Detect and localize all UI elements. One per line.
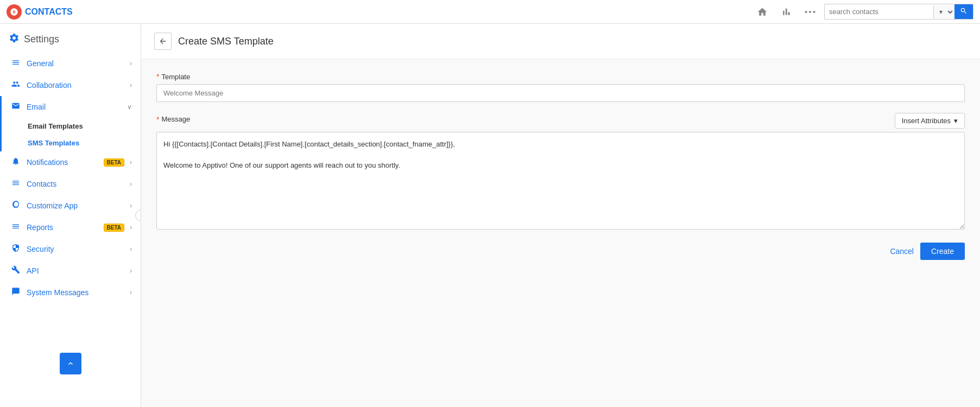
notifications-beta-badge: BETA bbox=[104, 158, 124, 167]
chevron-right-icon7: › bbox=[130, 245, 132, 253]
sidebar-item-email[interactable]: Email ∨ bbox=[0, 96, 141, 118]
sidebar-item-api[interactable]: API › bbox=[0, 260, 141, 282]
reports-icon bbox=[10, 222, 21, 233]
app-header: CONTACTS ▾ bbox=[0, 0, 980, 24]
svg-point-1 bbox=[809, 10, 811, 12]
main-content: Create SMS Template * Template * Message bbox=[141, 24, 980, 407]
chevron-right-icon5: › bbox=[130, 202, 132, 209]
contacts-icon bbox=[10, 179, 21, 189]
app-name: CONTACTS bbox=[25, 7, 73, 17]
sidebar-item-notifications[interactable]: Notifications BETA › bbox=[0, 151, 141, 173]
home-button[interactable] bbox=[753, 2, 772, 22]
search-button[interactable] bbox=[954, 4, 973, 19]
app-logo[interactable]: CONTACTS bbox=[7, 4, 73, 20]
svg-point-0 bbox=[805, 10, 807, 12]
cancel-button[interactable]: Cancel bbox=[890, 247, 914, 256]
sidebar-item-contacts[interactable]: Contacts › bbox=[0, 173, 141, 195]
header-actions: ▾ bbox=[753, 2, 973, 22]
sidebar-item-notifications-label: Notifications bbox=[27, 158, 98, 167]
create-button[interactable]: Create bbox=[920, 243, 965, 260]
insert-attributes-label: Insert Attributes bbox=[902, 117, 951, 125]
sidebar-item-email-templates[interactable]: Email Templates bbox=[0, 118, 141, 135]
email-templates-label: Email Templates bbox=[28, 122, 83, 130]
template-input[interactable] bbox=[156, 84, 965, 102]
form-area: * Template * Message Insert Attributes ▾ bbox=[141, 59, 980, 273]
chevron-right-icon4: › bbox=[130, 180, 132, 188]
template-group: * Template bbox=[156, 72, 965, 102]
chevron-right-icon3: › bbox=[130, 158, 132, 166]
system-messages-icon bbox=[10, 287, 21, 298]
required-star-message: * bbox=[156, 115, 159, 124]
sidebar-item-system-messages-label: System Messages bbox=[27, 288, 124, 297]
search-input[interactable] bbox=[825, 5, 933, 18]
svg-point-2 bbox=[813, 10, 815, 12]
sidebar-item-customize-app-label: Customize App bbox=[27, 201, 124, 210]
sidebar-item-general[interactable]: General › bbox=[0, 53, 141, 74]
message-label: * Message bbox=[156, 115, 190, 124]
page-title: Create SMS Template bbox=[178, 36, 274, 47]
general-icon bbox=[10, 58, 21, 69]
chart-button[interactable] bbox=[776, 2, 796, 22]
insert-attributes-dropdown-icon: ▾ bbox=[954, 117, 958, 125]
chevron-right-icon: › bbox=[130, 60, 132, 67]
chevron-down-icon: ∨ bbox=[127, 103, 132, 111]
sidebar-item-contacts-label: Contacts bbox=[27, 180, 124, 188]
customize-app-icon bbox=[10, 200, 21, 211]
settings-icon bbox=[9, 33, 20, 46]
search-dropdown[interactable]: ▾ bbox=[933, 5, 954, 18]
chevron-right-icon6: › bbox=[130, 224, 132, 231]
api-icon bbox=[10, 265, 21, 276]
reports-beta-badge: BETA bbox=[104, 224, 124, 232]
content-header: Create SMS Template bbox=[141, 24, 980, 59]
settings-header: Settings bbox=[0, 24, 141, 53]
sidebar-item-reports-label: Reports bbox=[27, 223, 98, 232]
sidebar-item-system-messages[interactable]: System Messages › bbox=[0, 282, 141, 303]
sidebar-item-customize-app[interactable]: Customize App › bbox=[0, 195, 141, 217]
sidebar-item-reports[interactable]: Reports BETA › bbox=[0, 217, 141, 238]
collaboration-icon bbox=[10, 80, 21, 91]
message-group: * Message Insert Attributes ▾ Hi {{[Cont… bbox=[156, 113, 965, 232]
message-textarea[interactable]: Hi {{[Contacts].[Contact Details].[First… bbox=[156, 132, 965, 230]
email-icon bbox=[10, 101, 21, 112]
sidebar-item-email-label: Email bbox=[27, 103, 122, 111]
notifications-icon bbox=[10, 157, 21, 168]
search-wrapper: ▾ bbox=[824, 4, 973, 20]
email-sub-items: Email Templates SMS Templates bbox=[0, 118, 141, 151]
sidebar-item-api-label: API bbox=[27, 266, 124, 275]
sidebar-item-sms-templates[interactable]: SMS Templates bbox=[0, 135, 141, 151]
sms-templates-label: SMS Templates bbox=[28, 139, 79, 147]
insert-attributes-button[interactable]: Insert Attributes ▾ bbox=[895, 113, 965, 129]
message-header: * Message Insert Attributes ▾ bbox=[156, 113, 965, 129]
sidebar-item-collaboration-label: Collaboration bbox=[27, 81, 124, 90]
logo-icon bbox=[7, 4, 22, 20]
form-actions: Cancel Create bbox=[156, 243, 965, 260]
required-star-template: * bbox=[156, 72, 159, 81]
main-layout: Settings General › Collaboration › Email… bbox=[0, 24, 980, 407]
chevron-right-icon8: › bbox=[130, 267, 132, 275]
chevron-right-icon2: › bbox=[130, 81, 132, 89]
sidebar-item-security-label: Security bbox=[27, 245, 124, 253]
scroll-up-button[interactable] bbox=[60, 353, 81, 374]
sidebar: Settings General › Collaboration › Email… bbox=[0, 24, 141, 407]
back-button[interactable] bbox=[154, 33, 172, 50]
more-button[interactable] bbox=[800, 2, 820, 22]
sidebar-item-collaboration[interactable]: Collaboration › bbox=[0, 74, 141, 96]
settings-label: Settings bbox=[24, 34, 59, 45]
template-label: * Template bbox=[156, 72, 965, 81]
chevron-right-icon9: › bbox=[130, 289, 132, 296]
sidebar-item-general-label: General bbox=[27, 59, 124, 68]
sidebar-item-security[interactable]: Security › bbox=[0, 238, 141, 260]
security-icon bbox=[10, 244, 21, 255]
